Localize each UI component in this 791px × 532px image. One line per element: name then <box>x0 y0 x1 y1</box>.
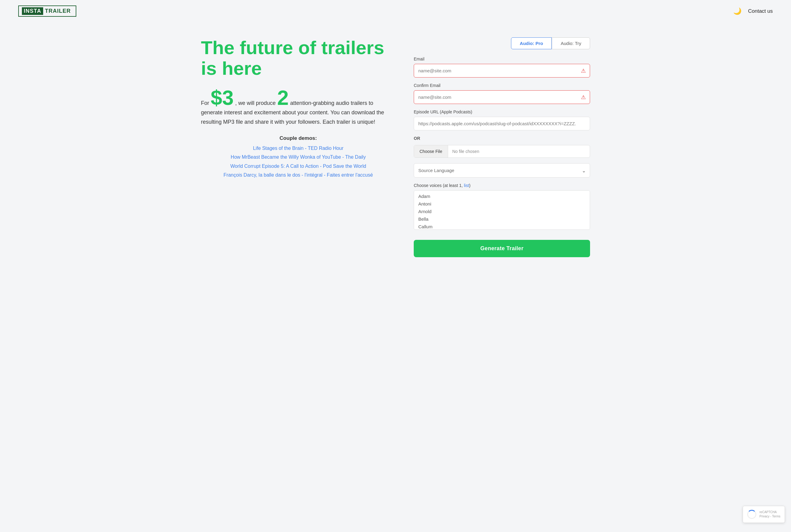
voice-callum[interactable]: Callum <box>414 223 590 230</box>
email-error-icon: ⚠ <box>581 68 586 74</box>
confirm-email-label: Confirm Email <box>414 83 590 88</box>
episode-url-label: Episode URL (Apple Podcasts) <box>414 110 590 114</box>
source-language-group: Source Language English French Spanish G… <box>414 163 590 177</box>
tab-audio-pro[interactable]: Audio: Pro <box>511 37 552 49</box>
file-no-chosen-label: No file chosen <box>448 145 484 157</box>
file-input-wrap: Choose File No file chosen <box>414 145 590 158</box>
price-number: $3 <box>211 86 234 109</box>
recaptcha-widget: reCAPTCHAPrivacy - Terms <box>742 506 785 523</box>
navbar: INSTA TRAILER 🌙 Contact us <box>0 0 791 22</box>
demo-link-3[interactable]: François Darcy, la balle dans le dos - l… <box>201 171 396 179</box>
price-mid: , we will produce <box>235 100 276 106</box>
recaptcha-text: reCAPTCHAPrivacy - Terms <box>759 510 780 519</box>
logo-trailer: TRAILER <box>43 7 73 15</box>
voice-antoni[interactable]: Antoni <box>414 200 590 208</box>
voice-bella[interactable]: Bella <box>414 215 590 223</box>
generate-trailer-button[interactable]: Generate Trailer <box>414 240 590 257</box>
email-input-wrap: ⚠ <box>414 64 590 77</box>
hero-title: The future of trailers is here <box>201 37 396 79</box>
episode-url-input[interactable] <box>414 117 590 130</box>
email-input[interactable] <box>414 64 590 77</box>
voice-arnold[interactable]: Arnold <box>414 208 590 215</box>
file-choose-button[interactable]: Choose File <box>414 145 448 157</box>
file-input-group: Choose File No file chosen <box>414 145 590 158</box>
logo[interactable]: INSTA TRAILER <box>18 5 76 17</box>
dark-mode-icon[interactable]: 🌙 <box>733 7 741 15</box>
confirm-email-group: Confirm Email ⚠ <box>414 83 590 104</box>
episode-url-group: Episode URL (Apple Podcasts) <box>414 110 590 130</box>
tab-group: Audio: Pro Audio: Try <box>414 37 590 49</box>
source-language-select[interactable]: Source Language English French Spanish G… <box>414 163 590 177</box>
voices-listbox[interactable]: Adam Antoni Arnold Bella Callum <box>414 190 590 230</box>
demo-link-2[interactable]: World Corrupt Episode 5: A Call to Actio… <box>201 162 396 170</box>
email-group: Email ⚠ <box>414 57 590 77</box>
logo-insta: INSTA <box>22 7 43 15</box>
demos-section: Couple demos: Life Stages of the Brain -… <box>201 135 396 179</box>
count-number: 2 <box>277 86 289 109</box>
confirm-email-input-wrap: ⚠ <box>414 90 590 104</box>
voice-adam[interactable]: Adam <box>414 192 590 200</box>
nav-right: 🌙 Contact us <box>733 7 773 15</box>
price-prefix: For <box>201 100 209 106</box>
voices-label: Choose voices (at least 1, list) <box>414 183 590 188</box>
right-section: Audio: Pro Audio: Try Email ⚠ Confirm Em… <box>414 37 590 257</box>
or-divider: OR <box>414 136 590 141</box>
confirm-email-error-icon: ⚠ <box>581 94 586 101</box>
voices-list-link[interactable]: list <box>464 183 469 188</box>
recaptcha-spinner <box>747 510 756 519</box>
left-section: The future of trailers is here For $3 , … <box>201 37 396 257</box>
demo-link-0[interactable]: Life Stages of the Brain - TED Radio Hou… <box>201 145 396 152</box>
main-content: The future of trailers is here For $3 , … <box>183 22 608 276</box>
demos-title: Couple demos: <box>201 135 396 141</box>
voices-group: Choose voices (at least 1, list) Adam An… <box>414 183 590 230</box>
contact-link[interactable]: Contact us <box>748 8 773 14</box>
price-block: For $3 , we will produce 2 attention-gra… <box>201 87 396 127</box>
tab-audio-try[interactable]: Audio: Try <box>552 37 590 49</box>
demo-link-1[interactable]: How MrBeast Became the Willy Wonka of Yo… <box>201 153 396 161</box>
confirm-email-input[interactable] <box>414 90 590 104</box>
email-label: Email <box>414 57 590 61</box>
